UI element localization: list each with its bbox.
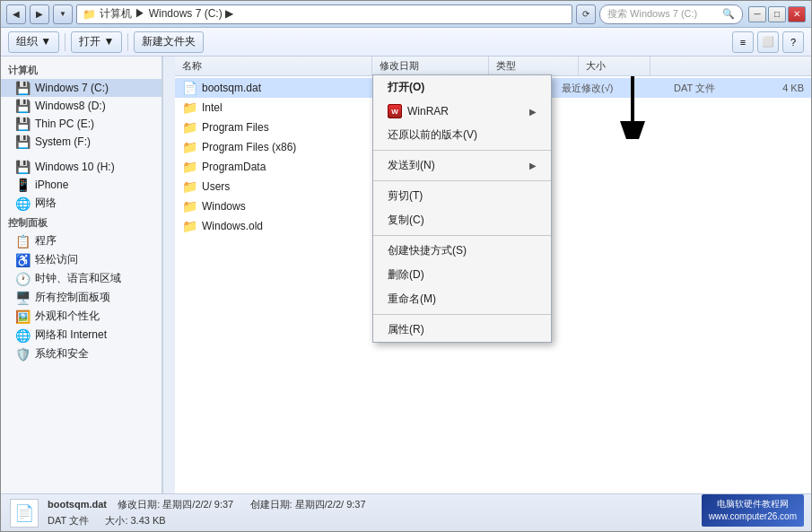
status-filename: bootsqm.dat	[48, 499, 107, 510]
ctx-label-sendto: 发送到(N)	[388, 158, 435, 173]
sidebar-label-iphone: iPhone	[35, 179, 68, 191]
preview-button[interactable]: ⬜	[757, 31, 779, 53]
close-button[interactable]: ✕	[788, 6, 806, 22]
sidebar-label-thinpce: Thin PC (E:)	[35, 118, 94, 130]
status-type-row: DAT 文件 大小: 3.43 KB	[48, 513, 721, 529]
watermark-line1: 电脑软硬件教程网	[709, 498, 797, 510]
organize-button[interactable]: 组织 ▼	[8, 31, 59, 53]
drive-icon-d: 💾	[15, 99, 31, 113]
sidebar-item-security[interactable]: 🛡️ 系统和安全	[1, 344, 162, 363]
sidebar-item-systemf[interactable]: 💾 System (F:)	[1, 133, 162, 151]
status-modified-value: 星期四/2/2/ 9:37	[162, 499, 233, 510]
ctx-label-properties: 属性(R)	[388, 322, 424, 337]
drive-icon-f: 💾	[15, 135, 31, 149]
ctx-label-restore: 还原以前的版本(V)	[388, 127, 477, 143]
watermark: 电脑软硬件教程网 www.computer26.com	[702, 494, 804, 527]
file-type-bootsqmdat: DAT 文件	[674, 82, 746, 95]
ctx-label-copy: 复制(C)	[388, 213, 424, 228]
ctx-label-delete: 删除(D)	[388, 267, 424, 283]
sidebar-section-computer: 计算机	[1, 60, 162, 79]
main-area: 计算机 💾 Windows 7 (C:) 💾 Windows8 (D:) 💾 T…	[1, 57, 811, 493]
sidebar-label-windows10h: Windows 10 (H:)	[35, 161, 115, 173]
sidebar-item-easyaccess[interactable]: ♿ 轻松访问	[1, 250, 162, 269]
back-button[interactable]: ◀	[6, 4, 26, 24]
recent-button[interactable]: ▼	[53, 4, 73, 24]
allpanels-icon: 🖥️	[15, 291, 31, 305]
ctx-separator-2	[373, 180, 551, 181]
sidebar-scrollbar[interactable]	[162, 57, 175, 493]
sidebar-label-programs: 程序	[35, 233, 57, 249]
sidebar-item-windows8d[interactable]: 💾 Windows8 (D:)	[1, 97, 162, 115]
sidebar-label-windows8d: Windows8 (D:)	[35, 100, 106, 112]
ctx-item-copy[interactable]: 复制(C)	[373, 208, 551, 232]
sidebar-section-controlpanel: 控制面板	[1, 213, 162, 231]
folder-icon: 📁	[83, 8, 96, 21]
col-header-modified[interactable]: 修改日期	[372, 57, 489, 75]
sidebar-item-windows7c[interactable]: 💾 Windows 7 (C:)	[1, 79, 162, 97]
folder-icon-programfilesx86: 📁	[182, 140, 197, 154]
sidebar-label-systemf: System (F:)	[35, 135, 91, 148]
iphone-icon: 📱	[15, 178, 31, 192]
folder-icon-users: 📁	[182, 179, 197, 194]
toolbar-right: ≡ ⬜ ?	[732, 31, 804, 53]
clock-icon: 🕐	[15, 272, 31, 286]
sidebar-item-iphone[interactable]: 📱 iPhone	[1, 176, 162, 194]
status-bar: 📄 bootsqm.dat 修改日期: 星期四/2/2/ 9:37 创建日期: …	[1, 493, 811, 531]
ctx-item-shortcut[interactable]: 创建快捷方式(S)	[373, 239, 551, 263]
context-menu: 打开(O) W WinRAR ▶ 还原以前的版本(V) 发送到(N) ▶	[372, 74, 552, 343]
file-size-bootsqmdat: 4 KB	[750, 83, 804, 93]
ctx-item-properties[interactable]: 属性(R)	[373, 318, 551, 342]
col-header-type[interactable]: 类型	[489, 57, 579, 75]
forward-button[interactable]: ▶	[30, 4, 49, 24]
file-area: 名称 修改日期 类型 大小 📄 bootsqm.dat 最近修改(√)	[175, 57, 811, 493]
open-button[interactable]: 打开 ▼	[71, 31, 122, 53]
minimize-button[interactable]: ─	[748, 6, 766, 22]
ctx-item-winrar[interactable]: W WinRAR ▶	[373, 100, 551, 123]
status-created-value: 星期四/2/2/ 9:37	[295, 499, 366, 510]
address-text: 计算机 ▶ Windows 7 (C:) ▶	[100, 6, 233, 22]
title-bar-buttons: ─ □ ✕	[748, 6, 806, 22]
sidebar-item-allpanels[interactable]: 🖥️ 所有控制面板项	[1, 288, 162, 307]
toolbar-separator-2	[127, 33, 128, 51]
col-header-size[interactable]: 大小	[579, 57, 650, 75]
main-window: ◀ ▶ ▼ 📁 计算机 ▶ Windows 7 (C:) ▶ ⟳ 搜索 Wind…	[0, 0, 812, 532]
ctx-item-open[interactable]: 打开(O)	[373, 75, 551, 100]
status-filename-row: bootsqm.dat 修改日期: 星期四/2/2/ 9:37 创建日期: 星期…	[48, 497, 721, 513]
ctx-item-rename[interactable]: 重命名(M)	[373, 287, 551, 311]
refresh-button[interactable]: ⟳	[576, 4, 596, 24]
sidebar-label-easyaccess: 轻松访问	[35, 252, 78, 267]
ctx-item-sendto[interactable]: 发送到(N) ▶	[373, 153, 551, 178]
title-bar-left: ◀ ▶ ▼ 📁 计算机 ▶ Windows 7 (C:) ▶ ⟳ 搜索 Wind…	[6, 4, 743, 24]
watermark-line2: www.computer26.com	[709, 510, 797, 523]
easyaccess-icon: ♿	[15, 253, 31, 267]
sidebar-item-clock[interactable]: 🕐 时钟、语言和区域	[1, 269, 162, 288]
ctx-item-restore[interactable]: 还原以前的版本(V)	[373, 123, 551, 147]
drive-icon-h: 💾	[15, 160, 31, 174]
sidebar-item-windows10h[interactable]: 💾 Windows 10 (H:)	[1, 158, 162, 176]
address-bar[interactable]: 📁 计算机 ▶ Windows 7 (C:) ▶	[76, 4, 572, 24]
sidebar-item-thinpce[interactable]: 💾 Thin PC (E:)	[1, 115, 162, 133]
programs-icon: 📋	[15, 234, 31, 249]
col-header-name[interactable]: 名称	[175, 57, 372, 75]
ctx-label-shortcut: 创建快捷方式(S)	[388, 243, 467, 258]
sidebar-item-appearance[interactable]: 🖼️ 外观和个性化	[1, 307, 162, 326]
ctx-label-rename: 重命名(M)	[388, 292, 436, 307]
sidebar-item-network[interactable]: 🌐 网络	[1, 194, 162, 213]
folder-icon-windowsold: 📁	[182, 219, 197, 233]
network2-icon: 🌐	[15, 328, 31, 343]
folder-icon-intel: 📁	[182, 100, 197, 115]
search-bar[interactable]: 搜索 Windows 7 (C:) 🔍	[599, 4, 743, 24]
status-type: DAT 文件	[48, 515, 89, 526]
network-icon: 🌐	[15, 196, 31, 211]
drive-icon-c: 💾	[15, 81, 31, 95]
view-button[interactable]: ≡	[732, 31, 754, 53]
sidebar: 计算机 💾 Windows 7 (C:) 💾 Windows8 (D:) 💾 T…	[1, 57, 162, 493]
sidebar-item-programs[interactable]: 📋 程序	[1, 231, 162, 250]
maximize-button[interactable]: □	[768, 6, 786, 22]
help-button[interactable]: ?	[782, 31, 804, 53]
ctx-item-cut[interactable]: 剪切(T)	[373, 184, 551, 208]
ctx-item-delete[interactable]: 删除(D)	[373, 263, 551, 287]
new-folder-button[interactable]: 新建文件夹	[134, 31, 204, 53]
sidebar-label-network2: 网络和 Internet	[35, 327, 107, 343]
sidebar-item-network2[interactable]: 🌐 网络和 Internet	[1, 326, 162, 344]
